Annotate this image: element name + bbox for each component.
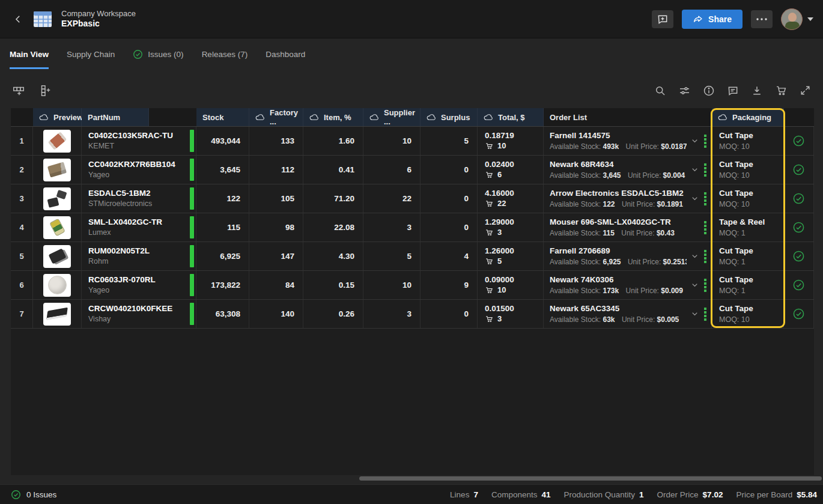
chevron-down-icon[interactable] [690, 309, 699, 318]
order-list-cell[interactable]: Newark 74K0306 Available Stock: 173k Uni… [544, 271, 712, 299]
factory-cell[interactable]: 84 [249, 271, 303, 299]
offer-drag-handle[interactable] [704, 308, 706, 321]
supplier-cell[interactable]: 3 [363, 213, 421, 241]
stock-cell[interactable]: 3,645 [196, 156, 249, 184]
supplier-cell[interactable]: 10 [363, 271, 421, 299]
row-number-cell[interactable]: 4 [11, 213, 33, 241]
avatar[interactable] [781, 8, 803, 30]
supplier-cell[interactable]: 10 [363, 127, 421, 155]
packaging-cell[interactable]: Cut Tape MOQ: 10 [712, 156, 784, 184]
row-number-cell[interactable]: 7 [11, 300, 33, 328]
surplus-cell[interactable]: 4 [421, 242, 478, 270]
order-list-cell[interactable]: Farnell 2706689 Available Stock: 6,925 U… [544, 242, 712, 270]
packaging-cell[interactable]: Cut Tape MOQ: 10 [712, 127, 784, 155]
header-item-pct[interactable]: Item, % [303, 108, 363, 126]
order-list-cell[interactable]: Farnell 1414575 Available Stock: 493k Un… [544, 127, 712, 155]
preview-cell[interactable] [33, 213, 82, 241]
part-thumbnail[interactable] [43, 245, 71, 268]
factory-cell[interactable]: 112 [249, 156, 303, 184]
chevron-down-icon[interactable] [690, 281, 699, 290]
header-packaging[interactable]: Packaging [712, 108, 784, 126]
add-row-button[interactable] [12, 84, 25, 97]
surplus-cell[interactable]: 0 [421, 213, 478, 241]
total-cell[interactable]: 0.09000 10 [478, 271, 544, 299]
supplier-cell[interactable]: 22 [363, 184, 421, 213]
download-button[interactable] [751, 85, 763, 97]
packaging-cell[interactable]: Tape & Reel MOQ: 1 [712, 213, 784, 241]
surplus-cell[interactable]: 5 [421, 127, 478, 155]
header-total[interactable]: Total, $ [478, 108, 544, 126]
packaging-cell[interactable]: Cut Tape MOQ: 10 [712, 184, 784, 213]
offer-drag-handle[interactable] [704, 135, 706, 148]
header-order-list[interactable]: Order List [544, 108, 712, 126]
partnum-cell[interactable]: RUM002N05T2L Rohm [82, 242, 196, 270]
item-pct-cell[interactable]: 0.26 [303, 300, 363, 328]
stock-cell[interactable]: 6,925 [196, 242, 249, 270]
factory-cell[interactable]: 140 [249, 300, 303, 328]
item-pct-cell[interactable]: 0.15 [303, 271, 363, 299]
part-thumbnail[interactable] [43, 159, 71, 181]
item-pct-cell[interactable]: 0.41 [303, 156, 363, 184]
order-list-cell[interactable]: Newark 68R4634 Available Stock: 3,645 Un… [544, 156, 712, 184]
stock-cell[interactable]: 115 [196, 213, 249, 241]
user-menu[interactable] [781, 8, 813, 30]
total-cell[interactable]: 4.16000 22 [478, 184, 544, 213]
offer-drag-handle[interactable] [704, 221, 706, 234]
partnum-cell[interactable]: RC0603JR-070RL Yageo [82, 271, 196, 299]
preview-cell[interactable] [33, 156, 82, 184]
offer-drag-handle[interactable] [704, 279, 706, 292]
partnum-cell[interactable]: ESDALC5-1BM2 STMicroelectronics [82, 184, 196, 213]
add-column-button[interactable] [38, 84, 52, 97]
total-cell[interactable]: 0.01500 3 [478, 300, 544, 328]
chevron-down-icon[interactable] [690, 252, 699, 261]
tab-dashboard[interactable]: Dashboard [266, 43, 305, 69]
issues-summary[interactable]: 0 Issues [11, 490, 56, 500]
preview-cell[interactable] [33, 184, 82, 213]
horizontal-scrollbar[interactable] [359, 476, 822, 481]
surplus-cell[interactable]: 0 [421, 300, 478, 328]
header-supplier[interactable]: Supplier ... [363, 108, 421, 126]
chevron-down-icon[interactable] [690, 194, 699, 203]
partnum-cell[interactable]: CRCW040210K0FKEE Vishay [82, 300, 196, 328]
filter-button[interactable] [678, 85, 691, 97]
packaging-cell[interactable]: Cut Tape MOQ: 1 [712, 271, 784, 299]
part-thumbnail[interactable] [43, 216, 71, 239]
header-stock[interactable]: Stock [196, 108, 249, 126]
header-preview[interactable]: Preview [33, 108, 82, 126]
factory-cell[interactable]: 105 [249, 184, 303, 213]
order-list-cell[interactable]: Mouser 696-SML-LX0402GC-TR Available Sto… [544, 213, 712, 241]
preview-cell[interactable] [33, 127, 82, 155]
partnum-cell[interactable]: CC0402KRX7R6BB104 Yageo [82, 156, 196, 184]
header-surplus[interactable]: Surplus [421, 108, 478, 126]
factory-cell[interactable]: 147 [249, 242, 303, 270]
preview-cell[interactable] [33, 271, 82, 299]
stock-cell[interactable]: 122 [196, 184, 249, 213]
part-thumbnail[interactable] [43, 303, 71, 326]
offer-drag-handle[interactable] [704, 250, 706, 263]
order-list-cell[interactable]: Arrow Electronics ESDALC5-1BM2 Available… [544, 184, 712, 213]
part-thumbnail[interactable] [43, 130, 71, 153]
preview-cell[interactable] [33, 242, 82, 270]
info-button[interactable] [703, 85, 715, 97]
offer-drag-handle[interactable] [704, 192, 706, 205]
header-partnum[interactable]: PartNum [82, 108, 149, 126]
row-number-cell[interactable]: 1 [11, 127, 33, 155]
surplus-cell[interactable]: 0 [421, 184, 478, 213]
stock-cell[interactable]: 493,044 [196, 127, 249, 155]
share-button[interactable]: Share [682, 10, 743, 29]
caret-down-icon[interactable] [807, 17, 813, 21]
search-button[interactable] [654, 85, 666, 97]
comments-button[interactable] [727, 85, 739, 97]
feedback-button[interactable] [652, 10, 673, 28]
cart-button[interactable] [775, 85, 788, 97]
back-button[interactable] [10, 11, 26, 28]
partnum-cell[interactable]: C0402C103K5RAC-TU KEMET [82, 127, 196, 155]
factory-cell[interactable]: 133 [249, 127, 303, 155]
total-cell[interactable]: 0.18719 10 [478, 127, 544, 155]
total-cell[interactable]: 0.02400 6 [478, 156, 544, 184]
surplus-cell[interactable]: 0 [421, 156, 478, 184]
tab-supply-chain[interactable]: Supply Chain [67, 43, 115, 69]
packaging-cell[interactable]: Cut Tape MOQ: 1 [712, 242, 784, 270]
tab-issues[interactable]: Issues (0) [133, 43, 183, 69]
supplier-cell[interactable]: 5 [363, 242, 421, 270]
